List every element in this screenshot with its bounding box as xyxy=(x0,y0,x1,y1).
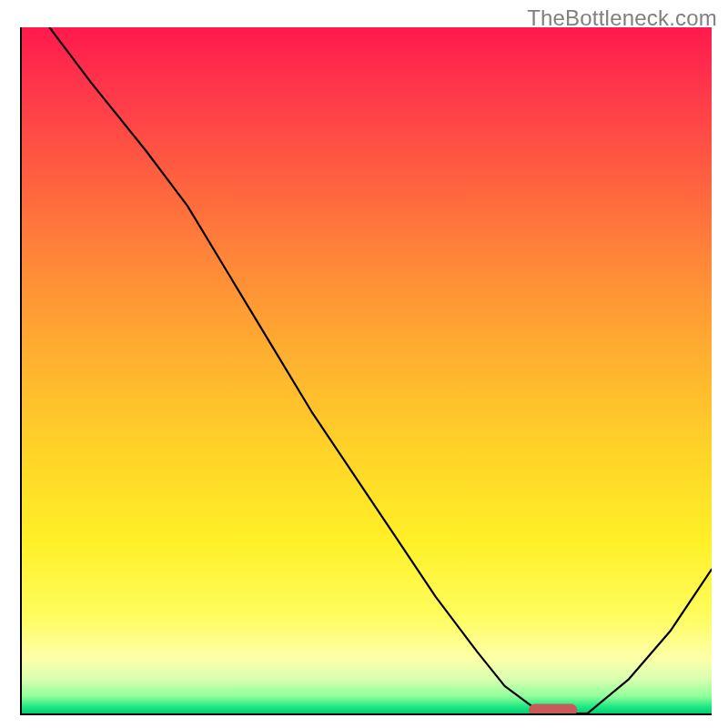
chart-stage: TheBottleneck.com xyxy=(0,0,728,728)
curve-layer xyxy=(22,27,712,713)
optimal-marker xyxy=(529,703,577,713)
plot-area xyxy=(20,27,712,715)
bottleneck-curve xyxy=(49,27,712,713)
